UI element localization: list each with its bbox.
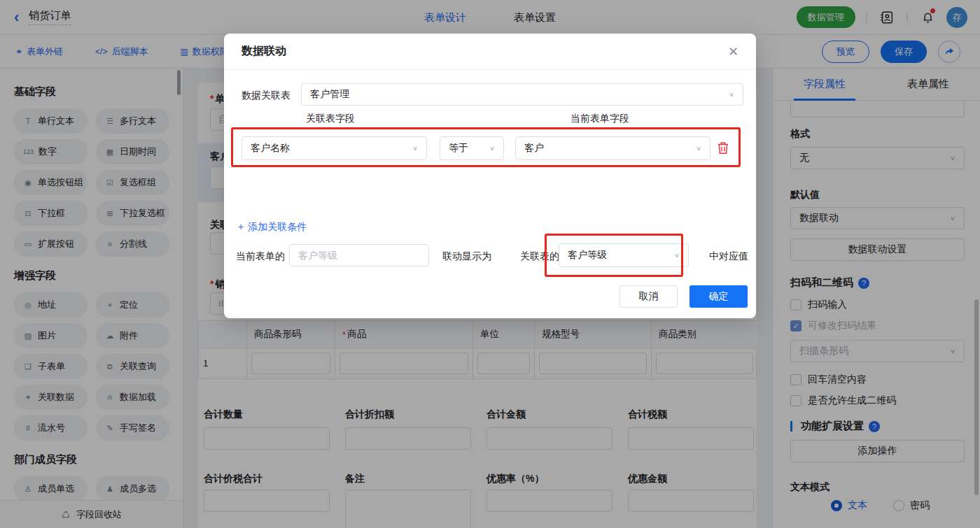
current-form-prefix: 当前表单的 xyxy=(236,250,285,263)
cancel-button[interactable]: 取消 xyxy=(620,285,678,308)
plus-icon: + xyxy=(238,221,244,234)
modal-title: 数据联动 xyxy=(241,44,286,59)
current-form-field-value: 客户 xyxy=(524,142,544,155)
related-table-prefix: 关联表的 xyxy=(520,250,559,263)
confirm-button[interactable]: 确定 xyxy=(690,285,748,308)
modal-header: 数据联动 ✕ xyxy=(224,34,756,70)
chevron-down-icon: ∨ xyxy=(489,145,495,152)
add-condition-link[interactable]: + 添加关联条件 xyxy=(238,221,307,234)
operator-value: 等于 xyxy=(449,142,468,155)
relation-table-select[interactable]: 客户管理 ∨ xyxy=(301,83,743,106)
chevron-down-icon: ∨ xyxy=(674,252,680,259)
chevron-down-icon: ∨ xyxy=(729,91,734,98)
corresponding-value-suffix: 中对应值 xyxy=(709,250,748,263)
related-field-value: 客户名称 xyxy=(251,142,290,155)
relation-table-label: 数据关联表 xyxy=(241,90,290,102)
related-display-field-select[interactable]: 客户等级 ∨ xyxy=(559,243,689,267)
close-icon[interactable]: ✕ xyxy=(728,44,738,59)
current-field-column-header: 当前表单字段 xyxy=(570,113,629,125)
relation-table-value: 客户管理 xyxy=(310,88,349,101)
chevron-down-icon: ∨ xyxy=(696,145,701,152)
current-form-field-select[interactable]: 客户 ∨ xyxy=(515,136,710,160)
current-field-input[interactable] xyxy=(289,244,429,266)
related-field-column-header: 关联表字段 xyxy=(306,113,355,125)
related-display-field-value: 客户等级 xyxy=(568,249,607,262)
data-linkage-modal: 数据联动 ✕ 数据关联表 客户管理 ∨ 关联表字段 当前表单字段 客户名称 ∨ … xyxy=(224,34,756,318)
delete-condition-icon[interactable] xyxy=(717,141,729,157)
display-as-label: 联动显示为 xyxy=(442,250,491,263)
related-field-select[interactable]: 客户名称 ∨ xyxy=(241,136,427,160)
chevron-down-icon: ∨ xyxy=(412,145,418,152)
operator-select[interactable]: 等于 ∨ xyxy=(440,136,504,160)
add-condition-label: 添加关联条件 xyxy=(248,221,307,234)
